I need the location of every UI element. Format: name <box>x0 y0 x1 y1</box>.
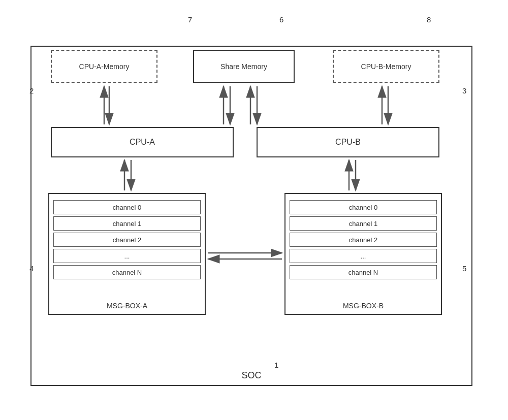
msgbox-a-channel-n: channel N <box>53 265 201 279</box>
cpu-a-memory-label: CPU-A-Memory <box>79 62 130 71</box>
share-memory-label: Share Memory <box>220 62 267 71</box>
msgbox-a-container: channel 0 channel 1 channel 2 ... channe… <box>48 193 206 315</box>
msgbox-a-channel-0: channel 0 <box>53 200 201 214</box>
ref-5: 5 <box>462 264 466 273</box>
diagram-wrapper: 7 6 8 SOC 2 3 4 5 1 CPU-A-Memory Share M… <box>20 15 488 401</box>
ref-1: 1 <box>274 361 278 369</box>
ref-7: 7 <box>188 15 192 24</box>
msgbox-b-channel-1: channel 1 <box>290 216 437 231</box>
ref-2: 2 <box>29 86 34 95</box>
msgbox-b-channel-dots: ... <box>290 249 437 263</box>
cpu-b-label: CPU-B <box>335 138 361 147</box>
ref-3: 3 <box>462 86 466 95</box>
msgbox-b-channel-2: channel 2 <box>290 233 437 247</box>
cpu-b-memory-label: CPU-B-Memory <box>361 62 411 71</box>
cpu-a-box: CPU-A <box>51 127 234 157</box>
cpu-b-memory-box: CPU-B-Memory <box>333 50 439 83</box>
cpu-a-label: CPU-A <box>130 138 155 147</box>
ref-6: 6 <box>279 15 283 24</box>
msgbox-b-channel-n: channel N <box>290 265 437 279</box>
msgbox-a-label: MSG-BOX-A <box>107 302 147 310</box>
msgbox-a-channel-1: channel 1 <box>53 216 201 231</box>
cpu-a-memory-box: CPU-A-Memory <box>51 50 157 83</box>
share-memory-box: Share Memory <box>193 50 295 83</box>
ref-8: 8 <box>427 15 431 24</box>
cpu-b-box: CPU-B <box>257 127 439 157</box>
msgbox-b-channel-0: channel 0 <box>290 200 437 214</box>
msgbox-a-channel-dots: ... <box>53 249 201 263</box>
msgbox-b-container: channel 0 channel 1 channel 2 ... channe… <box>284 193 442 315</box>
soc-label: SOC <box>241 370 261 381</box>
msgbox-a-channel-2: channel 2 <box>53 233 201 247</box>
ref-4: 4 <box>29 264 34 273</box>
msgbox-b-label: MSG-BOX-B <box>343 302 384 310</box>
